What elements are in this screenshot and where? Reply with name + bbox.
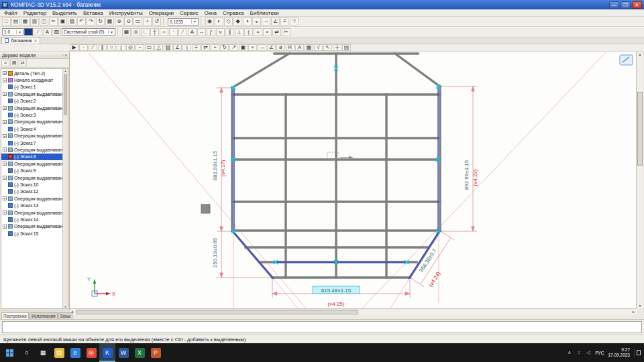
diameter-dimension-icon[interactable]: ⌀ xyxy=(276,44,285,51)
tree-item[interactable]: + (-) Эскиз:15 xyxy=(1,230,62,237)
color-swatch[interactable] xyxy=(24,28,33,36)
measure-icon[interactable]: ↔ xyxy=(262,17,270,25)
language-indicator[interactable]: РУС xyxy=(595,351,604,355)
expander-icon[interactable]: + xyxy=(3,225,7,229)
menu-item[interactable]: Операции xyxy=(149,10,174,16)
construction-mode-icon[interactable]: ∕ xyxy=(178,28,187,36)
display-shaded-icon[interactable]: ◐ xyxy=(215,17,223,25)
centerline-icon[interactable]: ┼ xyxy=(333,44,341,51)
minimize-button[interactable]: — xyxy=(609,1,619,9)
word-icon[interactable]: W xyxy=(115,343,131,362)
tree-item[interactable]: + Операция выдавливания xyxy=(1,160,62,167)
paint-icon[interactable]: P xyxy=(148,343,164,362)
perpendicular-icon[interactable]: ⊥ xyxy=(235,28,244,36)
tree-item[interactable]: + Операция выдавливания xyxy=(1,133,62,139)
tree-item[interactable]: + Операция выдавливания xyxy=(1,195,62,202)
symmetry-icon[interactable]: ⇄ xyxy=(272,28,281,36)
paste-icon[interactable]: ▧ xyxy=(68,17,76,25)
menu-item[interactable]: Окна xyxy=(204,10,217,16)
update-icon[interactable]: ↻ xyxy=(96,17,105,25)
expander-icon[interactable]: + xyxy=(3,147,7,152)
grid-icon[interactable]: ▦ xyxy=(122,28,131,36)
menu-item[interactable]: Инструменты xyxy=(109,10,143,16)
redo-icon[interactable]: ↷ xyxy=(87,17,95,25)
pointer-icon[interactable]: ▶ xyxy=(70,44,78,51)
text-icon[interactable]: A xyxy=(295,44,304,51)
rectangle-icon[interactable]: ▭ xyxy=(145,44,154,51)
delete-icon[interactable]: × xyxy=(248,44,257,51)
tree-structure-icon[interactable]: ≡ xyxy=(1,60,9,66)
tree-item[interactable]: + Операция выдавливания xyxy=(1,209,62,216)
point-style-icon[interactable]: · xyxy=(169,28,178,36)
dimension-style-icon[interactable]: ↔ xyxy=(197,28,206,36)
tree-item[interactable]: + (-) Эскиз:3 xyxy=(1,111,62,118)
leader-icon[interactable]: ↖ xyxy=(323,44,332,51)
tree-item[interactable]: + (-) Эскиз:10 xyxy=(1,181,62,188)
browser-icon[interactable]: e xyxy=(67,343,83,362)
trim-icon[interactable]: ✂ xyxy=(282,28,290,36)
chamfer-icon[interactable]: ∠ xyxy=(173,44,182,51)
menu-item[interactable]: Справка xyxy=(223,10,244,16)
close-button[interactable]: ✕ xyxy=(632,1,642,9)
zoom-out-icon[interactable]: ⊖ xyxy=(124,17,133,25)
tree-item[interactable]: + (-) Эскиз:4 xyxy=(1,125,62,132)
dim-right-variable[interactable]: (v4.23) xyxy=(472,169,478,186)
copy-object-icon[interactable]: ▣ xyxy=(239,44,248,51)
new-document-icon[interactable]: □ xyxy=(2,17,11,25)
pin-icon[interactable]: ▫ xyxy=(62,53,63,57)
tree-item[interactable]: + (-) Эскиз:7 xyxy=(1,139,62,146)
expander-icon[interactable]: + xyxy=(3,71,7,75)
tree-item[interactable]: + Операция выдавливания xyxy=(1,90,62,97)
zoom-in-icon[interactable]: ⊕ xyxy=(115,17,123,25)
vertical-scrollbar[interactable]: ▲ ▼ xyxy=(636,52,643,308)
copy-icon[interactable]: ▣ xyxy=(58,17,67,25)
tree-item[interactable]: + Операция выдавливания xyxy=(1,119,62,125)
dim-left-variable[interactable]: (v4.17) xyxy=(220,160,226,176)
round-off-icon[interactable]: ○ xyxy=(160,28,168,36)
tree-item[interactable]: + (-) Эскиз:1 xyxy=(1,84,62,90)
cut-icon[interactable]: ✂ xyxy=(49,17,58,25)
scroll-thumb[interactable] xyxy=(76,310,358,314)
dim-bottom-value[interactable]: 815.48±1.15 xyxy=(321,288,352,294)
clock[interactable]: 9:27 17.09.2023 xyxy=(608,347,630,358)
excel-icon[interactable]: X xyxy=(131,343,148,362)
line-icon[interactable]: ∕ xyxy=(89,44,97,51)
mirror-icon[interactable]: ⇄ xyxy=(201,44,210,51)
tree-item[interactable]: + (-) Эскиз:2 xyxy=(1,98,62,105)
ortho-icon[interactable]: ∟ xyxy=(141,28,150,36)
menu-item[interactable]: Библиотеки xyxy=(250,10,278,16)
expander-icon[interactable]: + xyxy=(3,210,7,215)
tree-item[interactable]: + (-) Эскиз:14 xyxy=(1,216,62,223)
print-icon[interactable]: ▥ xyxy=(30,17,39,25)
layers-icon[interactable]: ≡ xyxy=(280,17,289,25)
line-scale-combo[interactable]: 1.0 ▼ xyxy=(2,28,23,36)
scale-icon[interactable]: ↗ xyxy=(229,44,238,51)
rotate-icon[interactable]: ↻ xyxy=(220,44,229,51)
scroll-right-icon[interactable]: ► xyxy=(632,310,635,314)
angular-dimension-icon[interactable]: ∠ xyxy=(267,44,276,51)
dim-diagonal-variable[interactable]: (v4.24) xyxy=(427,270,441,288)
graphics-area[interactable]: 881.93±1.15 (v4.17) 250.13±0.65 892.69±1… xyxy=(70,52,636,308)
mode-tab[interactable]: Построение xyxy=(1,312,29,319)
font-icon[interactable]: A xyxy=(43,28,52,36)
tray-chevron-icon[interactable]: ∧ xyxy=(566,350,572,355)
tree-item[interactable]: + (-) Эскиз:9 xyxy=(1,167,62,174)
tree-item[interactable]: + Деталь (Тел-2) xyxy=(1,70,62,76)
point-icon[interactable]: · xyxy=(79,44,88,51)
tree-item[interactable]: + Начало координат xyxy=(1,76,62,83)
volume-icon[interactable]: ◁ xyxy=(585,350,591,355)
snap-icon[interactable]: ◎ xyxy=(131,28,140,36)
expander-icon[interactable]: + xyxy=(3,134,7,138)
hatch-icon[interactable]: ▨ xyxy=(164,44,172,51)
help-icon[interactable]: ? xyxy=(290,17,299,25)
scroll-thumb[interactable] xyxy=(637,92,643,166)
drawing-canvas[interactable]: 881.93±1.15 (v4.17) 250.13±0.65 892.69±1… xyxy=(70,52,636,308)
hidden-lines-icon[interactable]: ◑ xyxy=(243,17,252,25)
tree-item[interactable]: + Операция выдавливания xyxy=(1,105,62,111)
tree-item[interactable]: + (-) Эскиз:13 xyxy=(1,202,62,208)
parallel-line-icon[interactable]: ∥ xyxy=(98,44,107,51)
maximize-button[interactable]: ❐ xyxy=(621,1,631,9)
save-icon[interactable]: ▦ xyxy=(21,17,30,25)
local-csys-icon[interactable]: ┼ xyxy=(150,28,159,36)
fillet-icon[interactable]: ) xyxy=(182,44,191,51)
